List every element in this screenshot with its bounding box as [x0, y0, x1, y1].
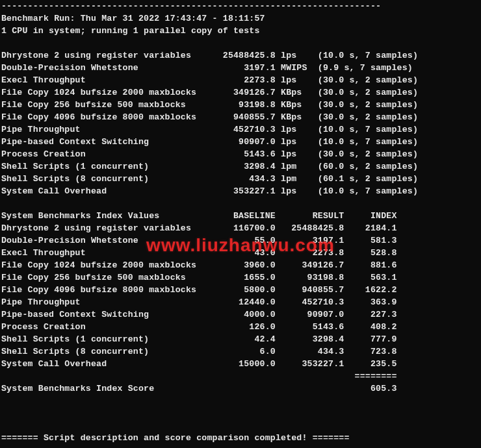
- blank-line: [1, 396, 6, 406]
- index-block: Dhrystone 2 using register variables 116…: [1, 223, 397, 369]
- blank-line: [1, 408, 6, 418]
- hr: ----------------------------------------…: [1, 1, 381, 11]
- hr-short: ========: [1, 371, 397, 381]
- score-line: System Benchmarks Index Score 605.3: [1, 384, 397, 393]
- blank-line: [1, 445, 6, 448]
- cpu-info-line: 1 CPU in system; running 1 parallel copy…: [1, 26, 260, 36]
- blank-line: [1, 199, 6, 208]
- terminal-output: ----------------------------------------…: [0, 0, 481, 448]
- benchmark-run-line: Benchmark Run: Thu Mar 31 2022 17:43:47 …: [1, 14, 265, 23]
- tests-block: Dhrystone 2 using register variables 254…: [1, 51, 418, 196]
- blank-line: [1, 38, 6, 48]
- index-header-line: System Benchmarks Index Values BASELINE …: [1, 211, 397, 221]
- footer-line: ======= Script description and score com…: [1, 433, 350, 443]
- blank-line: [1, 421, 6, 430]
